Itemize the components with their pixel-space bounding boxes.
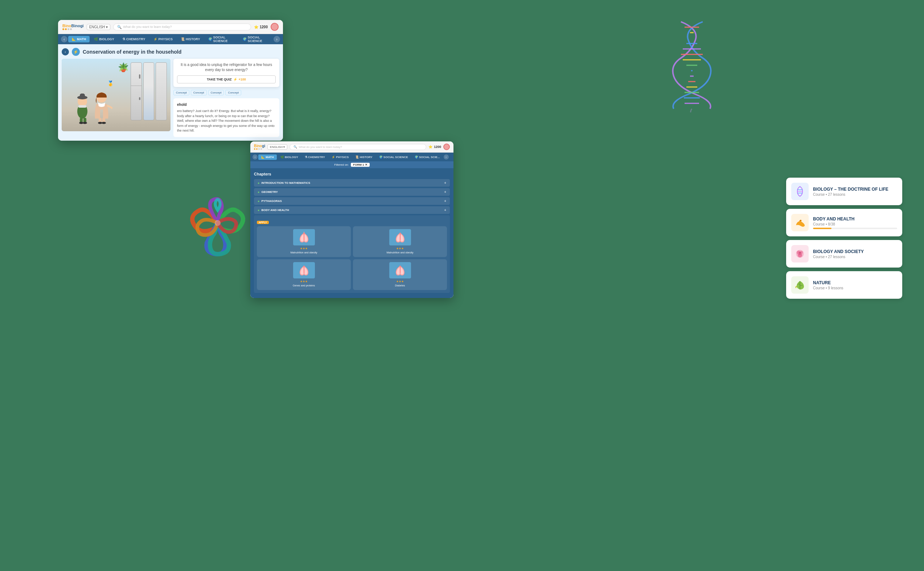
- back-button-top[interactable]: ‹: [62, 48, 69, 56]
- bottom-browser-window: Binogi ENGLISH ▾ 🔍 What do you want to l…: [250, 141, 453, 298]
- chapter-geometry[interactable]: ● GEOMETRY +: [254, 188, 450, 196]
- lesson-card-3[interactable]: ★★★ Genes and proteins: [257, 259, 351, 290]
- lesson-card-1[interactable]: ★★★ Malnutrition and obesity: [257, 226, 351, 257]
- course-meta-3: Course • 27 lessons: [813, 255, 897, 259]
- bottom-tab-math[interactable]: 📐 MATH: [258, 154, 277, 160]
- dna-helix: [670, 18, 714, 113]
- course-title-3: BIOLOGY AND SOCIETY: [813, 249, 897, 254]
- concept-tag-1[interactable]: Concept: [173, 90, 189, 95]
- video-scene: 🪴 🥇: [62, 59, 170, 131]
- filter-badge[interactable]: FORM 1 ✕: [351, 163, 369, 167]
- lesson-name-4: Diabetes: [356, 284, 444, 287]
- lightning-icon-top: ⚡: [72, 48, 80, 56]
- expand-icon-4: +: [444, 208, 446, 212]
- text-body: ero battery? Just can't do it? Energy. B…: [177, 109, 276, 133]
- tab-social-science-top[interactable]: 🌍 SOCIAL SCIENCE: [204, 34, 238, 44]
- protein-molecule: [178, 181, 258, 265]
- tab-social-science2-top[interactable]: 🌍 SOCIAL SCIENCE: [239, 34, 273, 44]
- lesson-name-1: Malnutrition and obesity: [260, 251, 348, 254]
- course-info-2: BODY AND HEALTH Course • 8/38: [813, 216, 897, 229]
- nav-prev-top[interactable]: ‹: [61, 36, 68, 42]
- course-info-4: NATURE Course • 9 lessons: [813, 280, 897, 290]
- content-area-top: ‹ ⚡ Conservation of energy in the househ…: [58, 44, 283, 140]
- points-badge-top: ⭐ 1200: [254, 25, 268, 29]
- bottom-tab-social2[interactable]: 🌍 SOCIAL SCIE...: [412, 154, 443, 160]
- concept-tags: Concept Concept Concept Concept: [173, 90, 279, 95]
- search-icon-top: 🔍: [117, 25, 122, 29]
- bottom-tab-social[interactable]: 🌍 SOCIAL SCIENCE: [376, 154, 411, 160]
- tab-chemistry-top[interactable]: ⚗ CHEMISTRY: [119, 36, 149, 42]
- lesson-stars-3: ★★★: [260, 280, 348, 283]
- chapter-expanded-content: APPLY ★★★ Malnutrition and obesity: [254, 215, 450, 293]
- lesson-thumb-3: [293, 262, 315, 278]
- bottom-tab-physics[interactable]: ⚡ PHYSICS: [329, 154, 351, 160]
- tab-biology-top[interactable]: 🌿 BIOLOGY: [90, 36, 118, 42]
- lesson-card-2[interactable]: ★★★ Malnutrition and obesity: [353, 226, 447, 257]
- bottom-browser-header: Binogi ENGLISH ▾ 🔍 What do you want to l…: [250, 141, 453, 153]
- top-browser-window: BinoBinogi ENGLISH ▾ 🔍 What do you want …: [58, 20, 283, 140]
- text-subtitle: ehold: [177, 102, 276, 107]
- history-icon: 📜: [181, 37, 185, 41]
- course-card-nature[interactable]: NATURE Course • 9 lessons: [786, 271, 902, 299]
- course-card-biology-doctrine[interactable]: BIOLOGY – THE DOCTRINE OF LIFE Course • …: [786, 177, 902, 205]
- bottom-tab-biology[interactable]: 🌿 BIOLOGY: [277, 154, 301, 160]
- course-cards-panel: BIOLOGY – THE DOCTRINE OF LIFE Course • …: [786, 177, 902, 299]
- nav-prev-bottom[interactable]: ‹: [252, 154, 258, 159]
- concept-tag-2[interactable]: Concept: [191, 90, 207, 95]
- expand-icon-3: +: [444, 199, 446, 203]
- course-card-body-health[interactable]: BODY AND HEALTH Course • 8/38: [786, 209, 902, 236]
- fridge-area: [131, 62, 167, 120]
- tab-history-top[interactable]: 📜 HISTORY: [177, 36, 204, 42]
- avatar-bottom[interactable]: [443, 144, 450, 150]
- bottom-tab-chemistry[interactable]: ⚗ CHEMISTRY: [302, 154, 328, 160]
- search-placeholder-top: What do you want to learn today?: [123, 25, 172, 29]
- svg-point-13: [102, 122, 106, 124]
- course-icon-4: [791, 276, 809, 294]
- apply-badge[interactable]: APPLY: [257, 221, 269, 224]
- lesson-card-4[interactable]: ★★★ Diabetes: [353, 259, 447, 290]
- quiz-card: It is a good idea to unplug the refriger…: [173, 59, 279, 87]
- points-badge-bottom: ⭐ 1200: [429, 145, 441, 149]
- text-content: ehold ero battery? Just can't do it? Ene…: [173, 98, 279, 137]
- nav-next-top[interactable]: ›: [274, 36, 280, 42]
- language-button-top[interactable]: ENGLISH ▾: [87, 24, 111, 30]
- character-1: [73, 91, 93, 124]
- course-meta-1: Course • 27 lessons: [813, 193, 897, 196]
- chapter-body-health[interactable]: ● BODY AND HEALTH +: [254, 206, 450, 214]
- quiz-question: It is a good idea to unplug the refriger…: [177, 62, 276, 73]
- take-quiz-button[interactable]: TAKE THE QUIZ ⚡ +100: [177, 76, 276, 83]
- lesson-name-3: Genes and proteins: [260, 284, 348, 287]
- fridge-2: [143, 62, 155, 120]
- svg-point-8: [83, 122, 87, 124]
- chapter-intro-math[interactable]: ● INTRODUCTION TO MATHEMATICS +: [254, 179, 450, 187]
- plant: 🪴: [118, 62, 129, 73]
- course-meta-4: Course • 9 lessons: [813, 286, 897, 290]
- avatar-top[interactable]: [271, 23, 279, 31]
- lesson-title: Conservation of energy in the household: [83, 49, 181, 55]
- sidebar-content: It is a good idea to unplug the refriger…: [173, 59, 279, 137]
- lesson-stars-1: ★★★: [260, 247, 348, 250]
- language-button-bottom[interactable]: ENGLISH ▾: [267, 144, 287, 150]
- course-card-biology-society[interactable]: BIOLOGY AND SOCIETY Course • 27 lessons: [786, 240, 902, 267]
- lesson-stars-2: ★★★: [356, 247, 444, 250]
- tab-math-top[interactable]: 📐 MATH: [68, 36, 90, 42]
- top-browser-header: BinoBinogi ENGLISH ▾ 🔍 What do you want …: [58, 20, 283, 34]
- course-icon-1: [791, 183, 809, 200]
- course-title-2: BODY AND HEALTH: [813, 216, 897, 222]
- biology-icon: 🌿: [94, 37, 98, 41]
- fridge-1: [131, 62, 142, 120]
- bottom-tab-history[interactable]: 📜 HISTORY: [352, 154, 375, 160]
- character-2: [91, 90, 113, 124]
- search-bar-bottom[interactable]: 🔍 What do you want to learn today?: [289, 144, 426, 150]
- search-bar-top[interactable]: 🔍 What do you want to learn today?: [113, 23, 251, 31]
- chemistry-icon: ⚗: [122, 37, 125, 41]
- progress-fill-2: [813, 228, 831, 229]
- svg-rect-4: [78, 105, 86, 108]
- concept-tag-4[interactable]: Concept: [225, 90, 241, 95]
- concept-tag-3[interactable]: Concept: [208, 90, 224, 95]
- nav-next-bottom[interactable]: ›: [444, 154, 449, 159]
- svg-rect-3: [80, 94, 85, 99]
- video-area[interactable]: 🪴 🥇: [62, 59, 170, 131]
- chapter-pythagoras[interactable]: ● PYTHAGORAS +: [254, 197, 450, 205]
- tab-physics-top[interactable]: ⚡ PHYSICS: [150, 36, 176, 42]
